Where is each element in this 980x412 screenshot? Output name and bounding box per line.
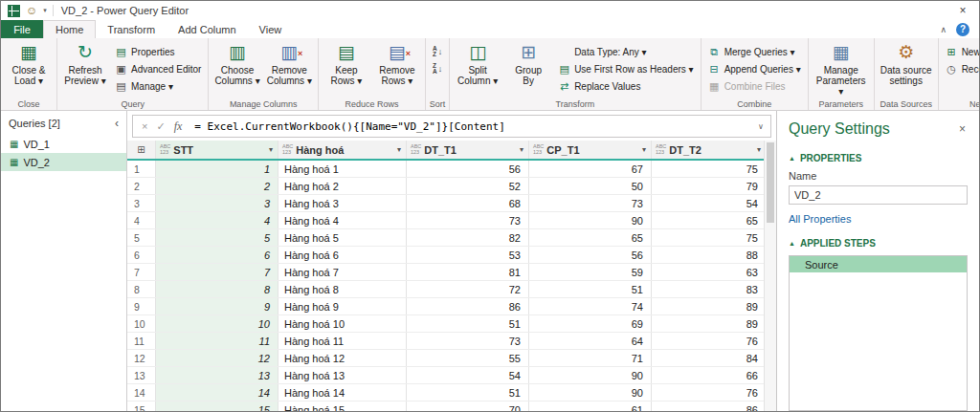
grid-cell[interactable]: Hàng hoá 10 [278,315,407,332]
grid-cell[interactable]: 84 [652,350,764,366]
recent-sources-button[interactable]: ◷Recent Sources ▾ [943,61,979,76]
data-type-icon[interactable]: ABC123 [282,144,293,155]
row-number[interactable]: 1 [127,161,156,177]
grid-cell[interactable]: 56 [407,161,529,177]
grid-cell[interactable]: 75 [652,229,764,246]
row-number[interactable]: 11 [127,333,156,349]
grid-cell[interactable]: 51 [529,281,652,297]
grid-cell[interactable]: 73 [407,333,529,349]
grid-cell[interactable]: 72 [407,281,529,297]
grid-cell[interactable]: 1 [156,161,278,177]
data-type-icon[interactable]: ABC123 [411,144,421,155]
scrollbar-thumb[interactable] [767,142,774,223]
tab-home[interactable]: Home [43,20,96,38]
formula-cancel-icon[interactable]: × [142,120,147,132]
grid-cell[interactable]: 3 [156,195,278,211]
grid-cell[interactable]: 70 [407,401,529,411]
grid-cell[interactable]: 61 [529,401,652,411]
tab-view[interactable]: View [248,20,294,38]
advanced-editor-button[interactable]: ▣Advanced Editor [112,61,204,76]
properties-button[interactable]: ▤Properties [112,44,204,59]
grid-cell[interactable]: 83 [652,281,764,297]
grid-cell[interactable]: 6 [156,247,278,263]
column-header-cp-t1[interactable]: ABC123CP_T1▾ [529,141,652,159]
grid-cell[interactable]: 86 [652,401,764,411]
use-first-row-as-headers-button[interactable]: ▤Use First Row as Headers ▾ [555,61,697,76]
grid-cell[interactable]: 53 [407,247,529,263]
refresh-preview-button[interactable]: ↻RefreshPreview ▾ [61,41,109,87]
grid-cell[interactable]: 7 [156,264,278,280]
grid-cell[interactable]: 52 [407,178,529,194]
tab-transform[interactable]: Transform [96,20,167,38]
manage-parameters-button[interactable]: ▦ManageParameters ▾ [813,41,870,98]
grid-cell[interactable]: 90 [529,212,652,228]
row-number[interactable]: 7 [127,264,156,280]
grid-cell[interactable]: 89 [652,315,764,332]
grid-cell[interactable]: 71 [529,350,652,366]
filter-button[interactable]: ▾ [518,145,525,154]
row-number[interactable]: 6 [127,247,156,263]
grid-cell[interactable]: 86 [407,298,529,314]
queries-pane-collapse-icon[interactable]: ‹ [115,119,119,128]
replace-values-button[interactable]: ⇄Replace Values [555,78,697,94]
applied-step-source[interactable]: Source [790,256,967,272]
grid-cell[interactable]: Hàng hoá 5 [278,229,407,246]
formula-expand-icon[interactable]: ∨ [751,122,770,131]
formula-fx-icon[interactable]: fx [174,119,183,134]
grid-cell[interactable]: 63 [652,264,764,280]
row-number[interactable]: 8 [127,281,156,297]
grid-cell[interactable]: 89 [652,298,764,314]
help-icon[interactable]: ? [956,23,969,36]
grid-cell[interactable]: 50 [529,178,652,194]
grid-cell[interactable]: 66 [652,367,764,383]
filter-button[interactable]: ▾ [267,145,275,154]
row-number[interactable]: 4 [127,212,156,228]
grid-cell[interactable]: 54 [407,367,529,383]
grid-cell[interactable]: 79 [652,178,764,194]
grid-cell[interactable]: 13 [156,367,278,383]
grid-corner-cell[interactable]: ⊞ [127,141,156,159]
tab-add-column[interactable]: Add Column [167,20,248,38]
grid-cell[interactable]: 68 [407,195,529,211]
filter-button[interactable]: ▾ [755,145,763,154]
filter-button[interactable]: ▾ [640,145,648,154]
query-name-input[interactable] [789,185,968,205]
row-number[interactable]: 5 [127,229,156,246]
filter-button[interactable]: ▾ [395,145,403,154]
grid-cell[interactable]: 10 [156,315,278,332]
column-header-stt[interactable]: ABC123STT▾ [156,141,278,159]
grid-cell[interactable]: 74 [529,298,652,314]
grid-cell[interactable]: 59 [529,264,652,280]
grid-cell[interactable]: 81 [407,264,529,280]
query-settings-close-icon[interactable]: × [957,122,968,136]
grid-cell[interactable]: 55 [407,350,529,366]
remove-columns-button[interactable]: ▥×RemoveColumns ▾ [265,41,314,87]
grid-cell[interactable]: 82 [407,229,529,246]
keep-rows-button[interactable]: ▤KeepRows ▾ [323,41,370,87]
ribbon-collapse-icon[interactable]: ∧ [940,25,947,34]
feedback-smiley-icon[interactable]: ☺ [26,5,37,16]
combine-files-button[interactable]: ▦Combine Files [705,78,804,94]
row-number[interactable]: 13 [127,367,156,383]
grid-cell[interactable]: 11 [156,333,278,349]
grid-cell[interactable]: 76 [652,384,764,401]
grid-cell[interactable]: Hàng hoá 13 [278,367,407,383]
sort-descending-button[interactable]: ZA↓ [430,61,445,76]
column-header-dt-t2[interactable]: ABC123DT_T2▾ [652,141,764,159]
grid-cell[interactable]: 67 [529,161,652,177]
split-column-button[interactable]: ◫SplitColumn ▾ [454,41,501,87]
row-number[interactable]: 14 [127,384,156,401]
tab-file[interactable]: File [1,20,43,38]
column-header-dt-t1[interactable]: ABC123DT_T1▾ [407,141,529,159]
manage-button[interactable]: ▤Manage ▾ [112,78,204,94]
window-close-button[interactable]: × [947,1,979,20]
query-item-vd-1[interactable]: ▦VD_1 [1,135,126,153]
data-type-icon[interactable]: ABC123 [533,144,544,155]
formula-check-icon[interactable]: ✓ [156,120,165,133]
grid-cell[interactable]: Hàng hoá 2 [278,178,407,194]
row-number[interactable]: 9 [127,298,156,314]
grid-cell[interactable]: 88 [652,247,764,263]
data-type-icon[interactable]: ABC123 [160,144,170,155]
close-and-load-button[interactable]: ▦Close &Load ▾ [5,41,53,87]
grid-cell[interactable]: Hàng hoá 8 [278,281,407,297]
